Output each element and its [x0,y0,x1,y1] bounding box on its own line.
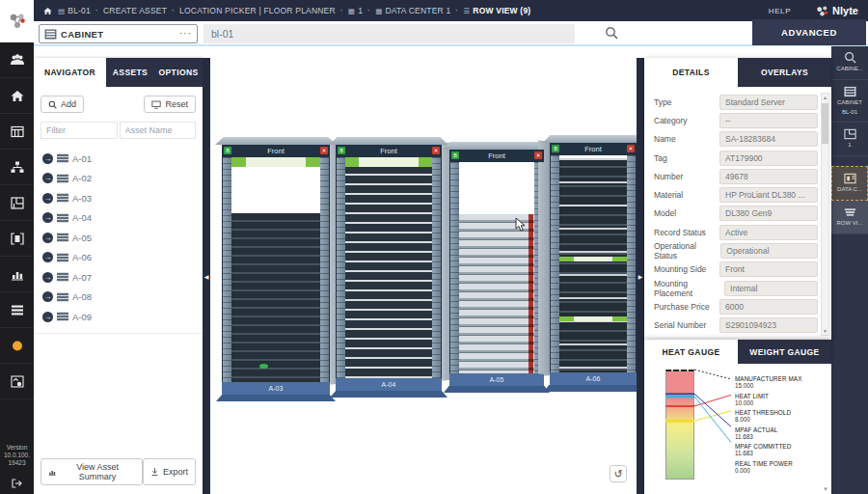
users-icon[interactable] [0,42,34,78]
navigator-tab[interactable]: OPTIONS [154,58,203,87]
rack-close-icon[interactable] [320,147,328,154]
sidebar-item-cabinet-search[interactable]: CABINE... [831,45,868,80]
rack-body [449,162,544,373]
asset-list-item[interactable]: A-02 [42,169,203,189]
details-tab[interactable]: OVERLAYS [738,58,831,87]
details-scrollbar[interactable]: ▲ ▼ [821,93,829,336]
sidebar-item-data-center[interactable]: DATA C... [831,166,868,201]
asset-list-item[interactable]: A-08 [42,288,203,308]
breadcrumb-item[interactable]: ☰ROW VIEW (9) [450,6,530,15]
rack-servers[interactable] [231,213,320,382]
logout-icon[interactable] [0,479,34,488]
navigator-toolbar: Add Reset [34,87,203,120]
rack-front-label: Front [380,147,397,155]
status-icon[interactable] [0,328,34,364]
collapse-left-handle[interactable]: ◀ [203,58,210,494]
rack[interactable]: Front A-05 [449,142,544,393]
export-button[interactable]: Export [143,458,196,485]
rack-close-icon[interactable] [534,151,542,159]
floorplan-icon[interactable] [0,185,34,221]
property-row: Type Standard Server [654,93,818,111]
expand-arrow-icon[interactable] [42,312,53,322]
rack-servers[interactable] [559,158,627,372]
expand-arrow-icon[interactable] [42,173,53,183]
rack-icon[interactable] [0,221,34,257]
breadcrumb-item[interactable]: ▤BL-01 [58,6,91,15]
list-icon[interactable] [0,292,34,328]
collapse-right-handle[interactable]: ▶ [637,58,644,494]
reset-rotation-button[interactable]: ↺ [610,465,627,482]
expand-arrow-icon[interactable] [42,193,53,204]
property-row: Model DL380 Gen9 [654,205,818,223]
assets-icon[interactable] [0,114,34,150]
breadcrumb-item[interactable]: LOCATION PICKER | FLOOR PLANNER [167,6,336,15]
expand-arrow-icon[interactable] [42,212,53,223]
rack-3d-viewport[interactable]: Front A-03 Front [210,45,637,494]
gauge-marker-value: 11.683 [735,450,801,456]
rack-close-icon[interactable] [627,145,635,152]
property-label: Operational Status [654,241,720,261]
search-icon[interactable] [605,26,618,43]
help-link[interactable]: HELP [769,7,791,15]
rack[interactable]: Front A-03 [222,137,330,401]
asset-list-item[interactable]: A-06 [42,248,203,268]
breadcrumb-item[interactable]: ▦1 [336,6,363,15]
scroll-down-icon[interactable]: ▼ [823,328,827,334]
rack-body [550,155,637,372]
search-input[interactable] [203,24,575,43]
expand-arrow-icon[interactable] [42,291,53,302]
rack-close-icon[interactable] [432,147,440,154]
sidebar-item-cabinet-bl01[interactable]: CABINET BL-01 [831,80,868,124]
nlyte-logo[interactable] [0,0,34,42]
navigator-tab[interactable]: NAVIGATOR [34,58,106,87]
rack-badge-icon[interactable] [224,147,231,154]
chart-icon[interactable] [0,257,34,292]
home-icon[interactable] [0,78,34,114]
gauge-scroll-down-icon[interactable]: ▼ [823,486,828,492]
settings-icon[interactable] [0,364,34,399]
property-value: 49678 [719,169,818,184]
asset-list-item[interactable]: A-05 [42,228,203,248]
sidebar-item-row-view[interactable]: ROW VI... [831,201,868,234]
navigator-tab[interactable]: ASSETS [106,58,154,87]
rack[interactable]: Front A-06 [550,135,637,392]
rack-badge-icon[interactable] [451,151,459,159]
asset-list-item[interactable]: A-03 [42,188,203,208]
entity-selector[interactable]: CABINET ··· [39,24,198,43]
rack-servers[interactable] [459,214,534,373]
hierarchy-icon[interactable] [0,150,34,185]
expand-arrow-icon[interactable] [42,153,53,164]
asset-label: A-03 [72,193,92,204]
details-tab[interactable]: DETAILS [644,58,738,87]
scroll-up-icon[interactable]: ▲ [823,95,827,100]
sidebar-item-floor-1[interactable]: 1 [831,123,868,156]
add-button[interactable]: Add [41,96,84,113]
entity-more-icon[interactable]: ··· [179,31,192,37]
rack-badge-icon[interactable] [338,147,345,154]
cabinet-icon [57,213,68,223]
asset-list-item[interactable]: A-04 [42,208,203,229]
asset-list-item[interactable]: A-09 [42,307,203,327]
rack-badge-icon[interactable] [552,145,559,152]
rack[interactable]: Front A-04 [336,137,442,398]
details-panel: DETAILSOVERLAYS Type Standard Server Cat… [644,58,831,340]
nlyte-brand-icon [816,5,828,17]
asset-list-item[interactable]: A-07 [42,267,203,288]
breadcrumb-home-icon[interactable] [43,7,52,15]
expand-arrow-icon[interactable] [42,272,53,283]
rack-servers[interactable] [345,159,432,378]
asset-list-item[interactable]: A-01 [42,149,203,169]
gauge-tab[interactable]: WEIGHT GAUGE [738,340,831,364]
expand-arrow-icon[interactable] [42,233,53,243]
breadcrumb-item[interactable]: ▦DATA CENTER 1 [363,6,450,15]
gauge-tab[interactable]: HEAT GAUGE [644,340,738,364]
filter-input[interactable] [41,122,118,139]
expand-arrow-icon[interactable] [42,252,53,262]
asset-name-input[interactable] [120,122,197,139]
advanced-button[interactable]: ADVANCED [752,19,866,45]
reset-button[interactable]: Reset [144,96,196,113]
scrollbar-thumb[interactable] [822,103,828,144]
rack-name-label: A-04 [336,378,442,391]
breadcrumb-item[interactable]: CREATE ASSET [91,6,167,15]
view-asset-summary-button[interactable]: View Asset Summary [41,458,143,485]
